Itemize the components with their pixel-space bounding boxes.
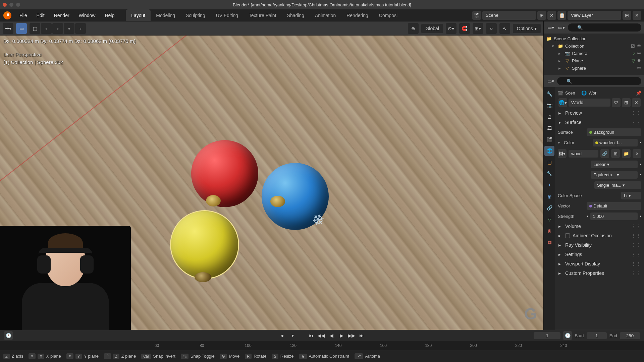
chevron-down-icon[interactable]: ▾ <box>558 140 562 145</box>
vector-value[interactable]: Default <box>587 202 641 210</box>
ptab-scene[interactable]: 🎬 <box>544 134 554 144</box>
pin-icon[interactable]: 📌 <box>636 90 641 96</box>
menu-dots-icon[interactable]: ⋮⋮ <box>631 110 641 116</box>
world-fake-user[interactable]: 🛡 <box>612 98 621 107</box>
end-frame-input[interactable] <box>620 332 640 339</box>
image-browse-dropdown[interactable]: 🖼▾ <box>558 149 567 158</box>
tree-sphere[interactable]: ▸ ▽ Sphere 👁 <box>545 64 643 72</box>
3d-viewport[interactable]: ❄ Dx: 0.000324 m Dy: 0.03774 m Dz: 0.000… <box>0 36 543 330</box>
tab-texture-paint[interactable]: Texture Paint <box>244 9 282 21</box>
ptab-output[interactable]: 🖨 <box>544 112 554 122</box>
ptab-constraints[interactable]: 🔗 <box>544 203 554 213</box>
breadcrumb-scene[interactable]: Scen <box>565 90 575 96</box>
preview-range-toggle[interactable]: 🕐 <box>563 331 572 340</box>
select-mode-3[interactable]: ▫ <box>64 23 74 34</box>
surface-section[interactable]: ▾ Surface ⋮⋮ <box>557 118 642 127</box>
ptab-material[interactable]: ◉ <box>544 226 554 236</box>
options-dropdown[interactable]: Options ▾ <box>513 24 541 33</box>
single-image-dropdown[interactable]: Single Ima... ▾ <box>594 181 641 189</box>
chevron-right-icon[interactable]: ▸ <box>558 58 562 63</box>
auto-key-toggle[interactable]: ● <box>278 332 286 339</box>
blender-logo-icon[interactable] <box>3 11 11 19</box>
scene-browse-icon[interactable]: 🎬 <box>472 11 481 20</box>
play-button[interactable]: ▶ <box>337 332 345 339</box>
yellow-ornament-selected[interactable] <box>171 211 238 278</box>
custom-properties-section[interactable]: ▸Custom Properties⋮⋮ <box>557 268 642 278</box>
scene-name-input[interactable] <box>482 11 536 20</box>
menu-file[interactable]: File <box>15 10 32 21</box>
color-space-dropdown[interactable]: Li ▾ <box>621 192 641 199</box>
strength-value[interactable]: 1.000 <box>590 213 638 220</box>
chevron-right-icon[interactable]: ▸ <box>558 66 562 71</box>
socket-dot[interactable]: • <box>587 214 588 219</box>
proportional-edit[interactable]: ○ <box>486 23 497 34</box>
window-close-button[interactable] <box>3 3 7 7</box>
color-value[interactable]: wooden_l... <box>593 139 638 146</box>
world-name-input[interactable]: World <box>569 99 610 107</box>
chevron-right-icon[interactable]: ▸ <box>558 51 562 56</box>
ptab-world[interactable]: 🌐 <box>544 146 554 156</box>
select-mode-4[interactable]: ▫ <box>75 23 86 34</box>
pivot-dropdown[interactable]: ⊙▾ <box>446 23 457 34</box>
viewlayer-name-input[interactable] <box>568 11 621 20</box>
preview-section[interactable]: ▸ Preview ⋮⋮ <box>557 108 642 118</box>
orientation-icon[interactable]: ⊕ <box>408 23 419 34</box>
ptab-object[interactable]: ▢ <box>544 157 554 167</box>
play-reverse-button[interactable]: ◀ <box>327 332 335 339</box>
tree-scene-collection[interactable]: 📁 Scene Collection <box>545 35 643 42</box>
menu-render[interactable]: Render <box>49 10 74 21</box>
image-open[interactable]: 📁 <box>622 149 631 158</box>
image-unlink[interactable]: 🔗 <box>600 149 609 158</box>
chevron-down-icon[interactable]: ▾ <box>552 44 556 49</box>
outliner-search-input[interactable] <box>568 23 641 32</box>
eye-icon[interactable]: 👁 <box>637 51 641 56</box>
socket-dot[interactable]: • <box>640 140 641 145</box>
tree-camera[interactable]: ▸ 📷 Camera ▿👁 <box>545 50 643 57</box>
ptab-viewlayer[interactable]: 🖼 <box>544 123 554 133</box>
timeline-ruler[interactable]: 60 80 100 120 140 160 180 200 220 240 <box>0 341 644 350</box>
select-mode-2[interactable]: ▫ <box>52 23 63 34</box>
menu-window[interactable]: Window <box>74 10 100 21</box>
projection-dropdown[interactable]: Equirecta... ▾ <box>591 171 638 179</box>
current-frame-input[interactable] <box>534 332 560 339</box>
image-name-input[interactable]: wood <box>569 150 598 158</box>
menu-dots-icon[interactable]: ⋮⋮ <box>631 120 641 125</box>
jump-end-button[interactable]: ⏭ <box>358 332 366 339</box>
surface-value[interactable]: Backgroun <box>587 128 641 136</box>
window-minimize-button[interactable] <box>9 3 13 7</box>
ray-visibility-section[interactable]: ▸Ray Visibility⋮⋮ <box>557 240 642 250</box>
outliner-mode-dropdown[interactable]: ▭▾ <box>546 23 555 32</box>
tab-animation[interactable]: Animation <box>310 9 341 21</box>
eye-icon[interactable]: 👁 <box>637 44 641 49</box>
ptab-tool[interactable]: 🔧 <box>544 89 554 99</box>
viewlayer-browse-icon[interactable]: 📋 <box>557 11 566 20</box>
breadcrumb-world[interactable]: Worl <box>589 90 597 96</box>
tab-uv-editing[interactable]: UV Editing <box>211 9 244 21</box>
world-new-button[interactable]: ⊞ <box>622 98 631 107</box>
select-box-icon[interactable]: ⬚ <box>30 23 40 34</box>
ao-section[interactable]: ▸Ambient Occlusion⋮⋮ <box>557 231 642 240</box>
scene-delete-button[interactable]: ✕ <box>547 11 556 20</box>
tree-collection[interactable]: ▾ 📁 Collection ☑👁 <box>545 42 643 50</box>
jump-start-button[interactable]: ⏮ <box>307 332 315 339</box>
orientation-dropdown[interactable]: Global <box>421 24 443 33</box>
snap-toggle[interactable]: 🧲 <box>459 23 470 34</box>
outliner-display-dropdown[interactable]: ▭▾ <box>557 23 566 32</box>
ptab-physics[interactable]: ◉ <box>544 191 554 201</box>
tab-layout[interactable]: Layout <box>126 9 151 21</box>
tab-sculpting[interactable]: Sculpting <box>180 9 211 21</box>
settings-section[interactable]: ▸Settings⋮⋮ <box>557 250 642 259</box>
tab-rendering[interactable]: Rendering <box>341 9 374 21</box>
tree-plane[interactable]: ▸ ▽ Plane ▽👁 <box>545 57 643 64</box>
ptab-data[interactable]: ▽ <box>544 214 554 224</box>
select-tool[interactable]: ▭ <box>16 23 27 34</box>
eye-icon[interactable]: 👁 <box>637 66 641 71</box>
scene-new-button[interactable]: ⊞ <box>537 11 546 20</box>
ptab-particles[interactable]: ✦ <box>544 180 554 190</box>
menu-help[interactable]: Help <box>100 10 119 21</box>
ptab-render[interactable]: 📷 <box>544 100 554 110</box>
window-maximize-button[interactable] <box>16 3 20 7</box>
eye-icon[interactable]: 👁 <box>637 58 641 63</box>
interpolation-dropdown[interactable]: Linear ▾ <box>591 161 638 168</box>
tab-compositing[interactable]: Composi <box>374 9 403 21</box>
